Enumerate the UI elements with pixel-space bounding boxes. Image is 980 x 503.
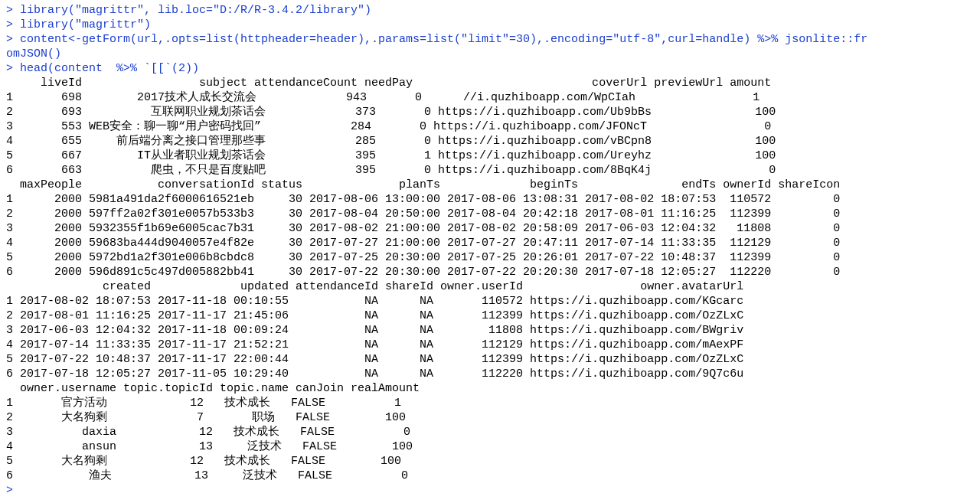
r-output-line: 4 2000 59683ba444d9040057e4f82e 30 2017-… bbox=[6, 237, 840, 250]
r-output-line: 6 663 爬虫，不只是百度贴吧 395 0 https://i.quzhibo… bbox=[6, 164, 776, 177]
r-output-line: 4 655 前后端分离之接口管理那些事 285 0 https://i.quzh… bbox=[6, 135, 776, 148]
r-output-line: 1 2000 5981a491da2f6000616521eb 30 2017-… bbox=[6, 193, 840, 206]
r-command-line: omJSON() bbox=[6, 47, 61, 60]
r-output-line: maxPeople conversationId status planTs b… bbox=[6, 178, 840, 191]
r-command-line: > library("magrittr") bbox=[6, 18, 151, 31]
r-prompt[interactable]: > bbox=[6, 484, 20, 497]
r-output-line: 6 2000 596d891c5c497d005882bb41 30 2017-… bbox=[6, 266, 840, 279]
r-output-line: 2 693 互联网职业规划茶话会 373 0 https://i.quzhibo… bbox=[6, 106, 776, 119]
r-output-line: 6 2017-07-18 12:05:27 2017-11-05 10:29:4… bbox=[6, 367, 743, 381]
r-output-line: 1 官方活动 12 技术成长 FALSE 1 bbox=[6, 397, 401, 410]
r-output-line: 3 2000 5932355f1b69e6005cac7b31 30 2017-… bbox=[6, 222, 840, 235]
r-command-line: > library("magrittr", lib.loc="D:/R/R-3.… bbox=[6, 4, 371, 17]
r-output-line: 1 2017-08-02 18:07:53 2017-11-18 00:10:5… bbox=[6, 295, 743, 308]
r-output-line: 6 渔夫 13 泛技术 FALSE 0 bbox=[6, 469, 408, 482]
r-output-line: liveId subject attendanceCount needPay c… bbox=[6, 77, 771, 90]
r-command-line: > head(content %>% `[[`(2)) bbox=[6, 62, 199, 75]
r-output-line: 4 ansun 13 泛技术 FALSE 100 bbox=[6, 440, 413, 453]
r-output-line: 5 2017-07-22 10:48:37 2017-11-17 22:00:4… bbox=[6, 353, 743, 366]
r-output-line: 3 daxia 12 技术成长 FALSE 0 bbox=[6, 426, 410, 439]
r-output-line: owner.username topic.topicId topic.name … bbox=[6, 382, 420, 395]
r-output-line: 2 大名狗剩 7 职场 FALSE 100 bbox=[6, 411, 406, 424]
r-output-line: 5 2000 5972bd1a2f301e006b8cbdc8 30 2017-… bbox=[6, 251, 840, 264]
r-output-line: 4 2017-07-14 11:33:35 2017-11-17 21:52:2… bbox=[6, 338, 743, 351]
r-console[interactable]: > library("magrittr", lib.loc="D:/R/R-3.… bbox=[0, 0, 980, 501]
r-output-line: 3 2017-06-03 12:04:32 2017-11-18 00:09:2… bbox=[6, 324, 743, 337]
r-output-line: 2 2017-08-01 11:16:25 2017-11-17 21:45:0… bbox=[6, 309, 743, 322]
r-output-line: created updated attendanceId shareId own… bbox=[6, 280, 743, 293]
r-output-line: 3 553 WEB安全：聊一聊“用户密码找回” 284 0 https://i.… bbox=[6, 120, 771, 133]
r-output-line: 5 大名狗剩 12 技术成长 FALSE 100 bbox=[6, 455, 401, 468]
r-output-line: 2 2000 597ff2a02f301e0057b533b3 30 2017-… bbox=[6, 207, 840, 220]
r-output-line: 1 698 2017技术人成长交流会 943 0 //i.quzhiboapp.… bbox=[6, 91, 760, 104]
r-command-line: > content<-getForm(url,.opts=list(httphe… bbox=[6, 33, 867, 46]
r-output-line: 5 667 IT从业者职业规划茶话会 395 1 https://i.quzhi… bbox=[6, 149, 776, 162]
